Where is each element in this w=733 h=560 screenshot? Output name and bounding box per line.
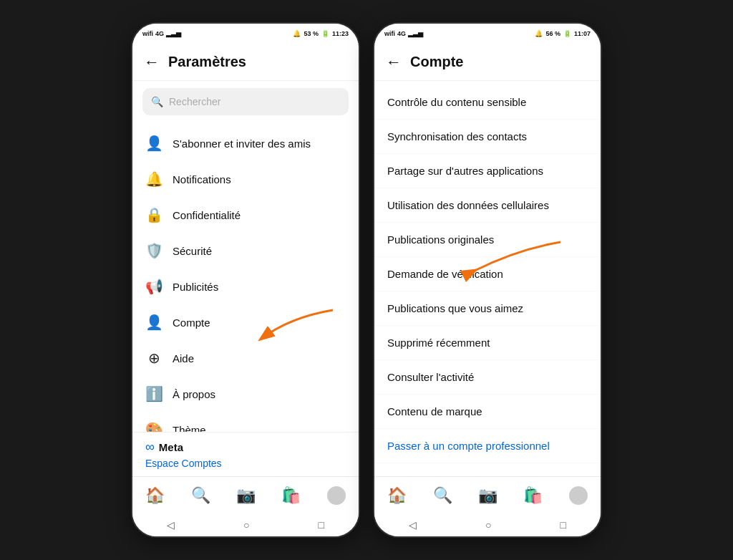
page-title-right: Compte (410, 54, 463, 70)
page-title-left: Paramètres (168, 54, 246, 70)
search-bar-left[interactable]: 🔍 Rechercher (142, 88, 349, 115)
settings-item-help[interactable]: ⊕ Aide (132, 340, 359, 376)
megaphone-icon: 📢 (145, 278, 162, 295)
signal-left: 4G (155, 30, 164, 37)
top-nav-left: ← Paramètres (132, 44, 359, 81)
settings-item-about[interactable]: ℹ️ À propos (132, 376, 359, 412)
search-placeholder-left: Rechercher (169, 96, 220, 107)
signal-right: 4G (397, 30, 406, 37)
battery-icon-left: 🔋 (321, 30, 329, 37)
meta-logo-label: Meta (159, 441, 183, 453)
home-android-left[interactable]: ○ (243, 519, 249, 531)
time-left: 11:23 (332, 30, 349, 37)
signal-bars-right: ▂▃▅ (408, 30, 423, 37)
home-nav-icon-r[interactable]: 🏠 (387, 486, 407, 505)
subscribe-label: S'abonner et inviter des amis (173, 137, 311, 150)
bottom-nav-right: 🏠 🔍 📷 🛍️ (374, 476, 601, 513)
shop-nav-icon[interactable]: 🛍️ (281, 486, 301, 505)
top-nav-right: ← Compte (374, 44, 601, 81)
status-bar-right: wifi 4G ▂▃▅ 🔔 56 % 🔋 11:07 (374, 24, 601, 44)
account-item-sync[interactable]: Synchronisation des contacts (374, 120, 601, 154)
account-item-sensitive[interactable]: Contrôle du contenu sensible (374, 85, 601, 120)
home-nav-icon[interactable]: 🏠 (145, 486, 165, 505)
shield-icon: 🛡️ (145, 242, 162, 259)
status-bar-left: wifi 4G ▂▃▅ 🔔 53 % 🔋 11:23 (132, 24, 359, 44)
carrier-right: wifi (384, 30, 395, 37)
notification-bell-status: 🔔 (293, 30, 301, 37)
left-phone: wifi 4G ▂▃▅ 🔔 53 % 🔋 11:23 ← Paramètres … (131, 22, 360, 538)
about-label: À propos (173, 388, 215, 400)
settings-item-theme[interactable]: 🎨 Thème (132, 412, 359, 432)
meta-footer: ∞ Meta Espace Comptes (132, 432, 359, 476)
recents-android-left[interactable]: □ (319, 519, 324, 531)
help-label: Aide (173, 352, 194, 365)
account-item-activity[interactable]: Consulter l'activité (374, 360, 601, 395)
account-list: Contrôle du contenu sensible Synchronisa… (374, 81, 601, 476)
home-android-right[interactable]: ○ (485, 519, 491, 531)
settings-item-account[interactable]: 👤 Compte (132, 304, 359, 340)
battery-icon-right: 🔋 (563, 30, 571, 37)
meta-logo-icon: ∞ (145, 440, 155, 455)
android-nav-left: ◁ ○ □ (132, 513, 359, 536)
security-label: Sécurité (173, 245, 212, 257)
account-item-share[interactable]: Partage sur d'autres applications (374, 154, 601, 188)
reels-nav-icon-r[interactable]: 📷 (478, 486, 497, 505)
bell-icon: 🔔 (145, 170, 162, 188)
right-phone: wifi 4G ▂▃▅ 🔔 56 % 🔋 11:07 ← Compte Cont… (373, 22, 602, 538)
account-item-branded[interactable]: Contenu de marque (374, 395, 601, 429)
person-add-icon: 👤 (145, 135, 162, 152)
account-item-original[interactable]: Publications originales (374, 223, 601, 257)
time-right: 11:07 (574, 30, 591, 37)
settings-item-security[interactable]: 🛡️ Sécurité (132, 233, 359, 269)
help-icon: ⊕ (145, 349, 162, 367)
account-label: Compte (173, 317, 210, 329)
battery-pct-left: 53 % (304, 30, 319, 37)
palette-icon: 🎨 (145, 421, 162, 432)
notification-bell-right: 🔔 (535, 30, 543, 37)
profile-avatar[interactable] (327, 486, 346, 505)
lock-icon: 🔒 (145, 206, 162, 223)
bottom-nav-left: 🏠 🔍 📷 🛍️ (132, 476, 359, 513)
profile-avatar-right[interactable] (569, 486, 588, 505)
android-nav-right: ◁ ○ □ (374, 513, 601, 536)
account-item-data[interactable]: Utilisation des données cellulaires (374, 188, 601, 223)
account-item-liked[interactable]: Publications que vous aimez (374, 291, 601, 326)
carrier-left: wifi (142, 30, 153, 37)
battery-pct-right: 56 % (545, 30, 560, 37)
theme-label: Thème (173, 424, 206, 433)
search-icon-left: 🔍 (151, 96, 163, 107)
shop-nav-icon-r[interactable]: 🛍️ (523, 486, 543, 505)
settings-item-notifications[interactable]: 🔔 Notifications (132, 161, 359, 197)
account-item-pro[interactable]: Passer à un compte professionnel (374, 429, 601, 463)
search-nav-icon-r[interactable]: 🔍 (433, 486, 452, 505)
back-android-right[interactable]: ◁ (409, 519, 417, 531)
ads-label: Publicités (173, 281, 218, 293)
account-item-verification[interactable]: Demande de vérification (374, 257, 601, 291)
back-button-right[interactable]: ← (386, 53, 402, 72)
settings-item-privacy[interactable]: 🔒 Confidentialité (132, 197, 359, 233)
account-icon: 👤 (145, 314, 162, 331)
settings-item-subscribe[interactable]: 👤 S'abonner et inviter des amis (132, 125, 359, 161)
settings-list: 👤 S'abonner et inviter des amis 🔔 Notifi… (132, 122, 359, 432)
recents-android-right[interactable]: □ (560, 519, 566, 531)
privacy-label: Confidentialité (173, 209, 241, 221)
back-android-left[interactable]: ◁ (167, 519, 175, 531)
signal-bars: ▂▃▅ (166, 30, 181, 37)
back-button-left[interactable]: ← (144, 53, 160, 72)
reels-nav-icon[interactable]: 📷 (236, 486, 256, 505)
info-icon: ℹ️ (145, 385, 162, 402)
account-item-deleted[interactable]: Supprimé récemment (374, 326, 601, 360)
notifications-label: Notifications (173, 173, 231, 185)
account-item-add-pro[interactable]: Ajouter un nouveau compte professionnel (374, 463, 601, 476)
espace-comptes-link[interactable]: Espace Comptes (145, 458, 346, 469)
search-nav-icon[interactable]: 🔍 (191, 486, 210, 505)
settings-item-ads[interactable]: 📢 Publicités (132, 269, 359, 304)
